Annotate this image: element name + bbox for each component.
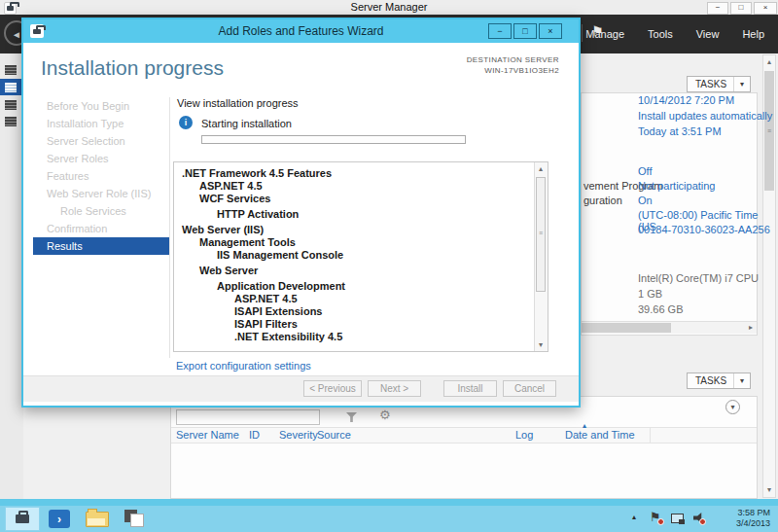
wizard-minimize-button[interactable]: − bbox=[488, 23, 512, 39]
feature-item: WCF Services bbox=[174, 193, 534, 205]
nav-features[interactable]: Features bbox=[33, 167, 169, 185]
scroll-up-icon[interactable]: ▴ bbox=[535, 162, 547, 175]
taskbar-clock[interactable]: 3:58 PM 3/4/2013 bbox=[702, 508, 770, 529]
window-minimize-button[interactable]: − bbox=[707, 2, 728, 15]
feature-item: .NET Extensibility 4.5 bbox=[174, 331, 534, 343]
sort-indicator-icon: ▴ bbox=[583, 421, 586, 430]
tasks-label: TASKS bbox=[688, 79, 733, 89]
feature-item: Management Tools bbox=[174, 236, 534, 249]
feature-list-scrollbar[interactable]: ▴ ≡ ▾ bbox=[534, 162, 548, 351]
feature-item: ISAPI Extensions bbox=[174, 305, 534, 318]
menu-tools[interactable]: Tools bbox=[648, 28, 673, 40]
nav-installation-type[interactable]: Installation Type bbox=[33, 115, 169, 132]
previous-button[interactable]: < Previous bbox=[303, 380, 362, 397]
column-id[interactable]: ID bbox=[249, 429, 260, 441]
cancel-button[interactable]: Cancel bbox=[503, 380, 556, 397]
feature-item: Web Server (IIS) bbox=[174, 224, 534, 236]
feature-list[interactable]: .NET Framework 4.5 Features ASP.NET 4.5 … bbox=[173, 161, 548, 352]
sidebar-local-server-icon[interactable] bbox=[5, 83, 17, 92]
header-separator bbox=[582, 24, 583, 42]
scroll-down-icon[interactable]: ▾ bbox=[535, 338, 547, 351]
tray-expand-icon[interactable]: ▴ bbox=[632, 513, 636, 521]
column-severity[interactable]: Severity bbox=[279, 429, 318, 441]
properties-tasks-button[interactable]: TASKS ▾ bbox=[687, 76, 751, 92]
taskbar-server-manager-button[interactable] bbox=[5, 507, 40, 531]
feature-items: .NET Framework 4.5 Features ASP.NET 4.5 … bbox=[174, 167, 534, 343]
window-maximize-button[interactable]: □ bbox=[730, 2, 752, 15]
feature-item: ASP.NET 4.5 bbox=[174, 180, 534, 193]
window-bottom-edge bbox=[0, 499, 778, 506]
scrollbar-thumb[interactable]: ≡ bbox=[536, 177, 546, 292]
sidebar-all-servers-icon[interactable] bbox=[5, 100, 17, 110]
property-value-link[interactable]: Off bbox=[638, 165, 652, 177]
destination-server-name: WIN-17VB1IO3EH2 bbox=[467, 65, 559, 76]
taskbar-window-switcher-button[interactable] bbox=[121, 507, 152, 531]
clock-time: 3:58 PM bbox=[702, 508, 770, 518]
scroll-up-icon[interactable]: ▴ bbox=[763, 56, 775, 68]
property-value-link[interactable]: 10/14/2012 7:20 PM bbox=[638, 94, 734, 106]
feature-item: ASP.NET 4.5 bbox=[174, 293, 534, 305]
column-separator bbox=[650, 428, 651, 443]
scrollbar-thumb[interactable] bbox=[582, 323, 671, 333]
next-button[interactable]: Next > bbox=[368, 380, 421, 397]
nav-server-selection[interactable]: Server Selection bbox=[33, 132, 169, 150]
properties-horizontal-scrollbar[interactable]: ▸ bbox=[582, 321, 757, 334]
feature-item: .NET Framework 4.5 Features bbox=[174, 167, 534, 180]
nav-web-server-role[interactable]: Web Server Role (IIS) bbox=[33, 185, 169, 202]
feature-item: Application Development bbox=[174, 280, 534, 293]
nav-role-services[interactable]: Role Services bbox=[33, 202, 169, 220]
column-source[interactable]: Source bbox=[317, 429, 351, 441]
nav-confirmation[interactable]: Confirmation bbox=[33, 220, 169, 237]
nav-divider bbox=[169, 97, 170, 358]
property-value-link[interactable]: 00184-70310-36023-AA256 bbox=[638, 224, 770, 235]
property-value: 39.66 GB bbox=[638, 303, 683, 315]
taskbar-powershell-button[interactable]: › bbox=[45, 507, 74, 531]
property-label-fragment: guration bbox=[584, 195, 622, 206]
property-value-link[interactable]: Today at 3:51 PM bbox=[638, 125, 722, 137]
install-button[interactable]: Install bbox=[443, 380, 497, 397]
tasks-dropdown-icon: ▾ bbox=[733, 373, 750, 388]
feature-item: HTTP Activation bbox=[174, 208, 534, 221]
column-date-time[interactable]: Date and Time bbox=[565, 429, 635, 441]
powershell-icon: › bbox=[49, 510, 70, 528]
property-value: Intel(R) Core(TM) i7 CPU bbox=[638, 272, 759, 284]
nav-server-roles[interactable]: Server Roles bbox=[33, 150, 169, 167]
scrollbar-thumb[interactable]: ≡ bbox=[764, 71, 774, 191]
destination-server-label: DESTINATION SERVER bbox=[467, 54, 559, 65]
wizard-maximize-button[interactable]: □ bbox=[513, 23, 537, 39]
property-value-link[interactable]: Not participating bbox=[638, 180, 716, 192]
feature-item: IIS Management Console bbox=[174, 249, 534, 262]
status-text: Starting installation bbox=[201, 118, 292, 129]
sidebar-dashboard-icon[interactable] bbox=[5, 65, 17, 75]
scroll-down-icon[interactable]: ▾ bbox=[763, 484, 775, 496]
property-value-link[interactable]: On bbox=[638, 195, 653, 206]
events-filter-input[interactable] bbox=[176, 409, 320, 425]
sidebar-file-storage-icon[interactable] bbox=[5, 117, 17, 126]
menu-view[interactable]: View bbox=[696, 28, 720, 40]
feature-item: Web Server bbox=[174, 265, 534, 277]
wizard-close-button[interactable]: × bbox=[539, 23, 562, 39]
events-tasks-button[interactable]: TASKS ▾ bbox=[687, 372, 751, 389]
settings-gear-icon[interactable]: ⚙ bbox=[379, 408, 391, 422]
column-server-name[interactable]: Server Name bbox=[176, 429, 239, 441]
menu-help[interactable]: Help bbox=[742, 28, 764, 40]
export-configuration-link[interactable]: Export configuration settings bbox=[176, 360, 311, 372]
property-value: 1 GB bbox=[638, 288, 662, 300]
property-value-link[interactable]: Install updates automatically bbox=[638, 110, 772, 122]
collapse-chevron-icon[interactable]: ▾ bbox=[725, 400, 740, 414]
nav-before-you-begin[interactable]: Before You Begin bbox=[33, 97, 169, 115]
tasks-dropdown-icon: ▾ bbox=[733, 77, 750, 91]
network-icon[interactable] bbox=[671, 514, 684, 523]
menu-manage[interactable]: Manage bbox=[585, 28, 624, 40]
destination-server-block: DESTINATION SERVER WIN-17VB1IO3EH2 bbox=[467, 54, 559, 76]
tasks-label: TASKS bbox=[688, 375, 733, 386]
column-log[interactable]: Log bbox=[515, 429, 533, 441]
window-title: Server Manager bbox=[0, 1, 778, 13]
taskbar-explorer-button[interactable] bbox=[82, 507, 113, 531]
desktop: Server Manager − □ × ◄ ⚑ Manage Tools Vi… bbox=[0, 0, 778, 532]
window-close-button[interactable]: × bbox=[754, 2, 777, 15]
wizard-dialog: Add Roles and Features Wizard − □ × Inst… bbox=[21, 18, 581, 408]
scroll-right-icon[interactable]: ▸ bbox=[745, 322, 757, 334]
nav-results[interactable]: Results bbox=[33, 237, 169, 255]
feature-item: ISAPI Filters bbox=[174, 318, 534, 331]
